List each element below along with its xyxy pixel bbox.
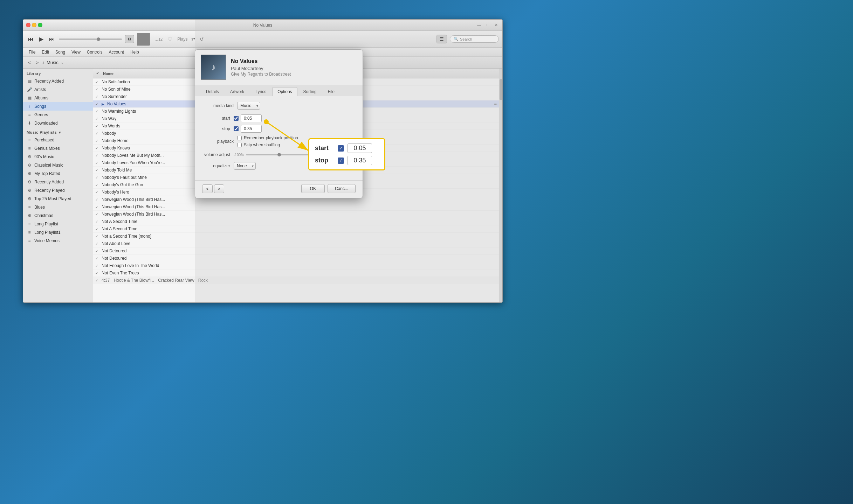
- repeat-button[interactable]: ↺: [199, 36, 205, 43]
- minimize-button[interactable]: [32, 23, 36, 27]
- progress-container: [59, 38, 122, 40]
- airplay-button[interactable]: ⊡: [125, 35, 134, 43]
- sidebar-item-genres[interactable]: ≡ Genres: [23, 111, 93, 119]
- sidebar-item-blues[interactable]: ≡ Blues: [23, 203, 93, 211]
- sidebar-item-label: Classical Music: [34, 163, 63, 168]
- table-row[interactable]: ✓ Not Detoured: [93, 247, 499, 255]
- sidebar-item-classical[interactable]: ⚙ Classical Music: [23, 161, 93, 169]
- table-row[interactable]: ✓ Not a Second Time [mono]: [93, 233, 499, 240]
- volume-slider[interactable]: [246, 154, 309, 155]
- callout-start-row: start ✓ 0:05: [315, 144, 379, 153]
- tab-details[interactable]: Details: [201, 87, 224, 96]
- voice-memos-icon: ≡: [27, 238, 32, 244]
- menu-view[interactable]: View: [69, 49, 83, 55]
- stop-time-input[interactable]: [241, 125, 262, 133]
- ok-button[interactable]: OK: [301, 184, 325, 193]
- sidebar-item-label: Recently Added: [34, 79, 64, 84]
- win-close[interactable]: ✕: [493, 22, 500, 28]
- remember-playback-checkbox[interactable]: [237, 136, 242, 140]
- progress-bar[interactable]: [59, 38, 122, 40]
- artists-icon: 🎤: [27, 87, 32, 92]
- modal-tabs: Details Artwork Lyrics Options Sorting F…: [195, 85, 363, 96]
- stop-checkbox[interactable]: [234, 126, 239, 131]
- table-row[interactable]: ✓ Not Detoured: [93, 255, 499, 262]
- table-row[interactable]: ✓ Not A Second Time: [93, 225, 499, 233]
- menu-help[interactable]: Help: [128, 49, 142, 55]
- sidebar-item-long-playlist[interactable]: ≡ Long Playlist: [23, 220, 93, 228]
- scrollbar-track[interactable]: [499, 69, 502, 302]
- menu-song[interactable]: Song: [53, 49, 68, 55]
- sidebar-item-my-top-rated[interactable]: ⚙ My Top Rated: [23, 169, 93, 178]
- modal-song-album: Give My Regards to Broadstreet: [231, 72, 357, 77]
- sidebar-item-top-25[interactable]: ⚙ Top 25 Most Played: [23, 195, 93, 203]
- stop-label: stop: [202, 126, 234, 131]
- win-minimize[interactable]: —: [475, 22, 483, 28]
- table-row[interactable]: ✓ Not About Love: [93, 240, 499, 247]
- volume-thumb[interactable]: [277, 153, 281, 156]
- callout-stop-row: stop ✓ 0:35: [315, 156, 379, 165]
- sidebar-item-purchased[interactable]: ≡ Purchased: [23, 136, 93, 144]
- cancel-button[interactable]: Canc...: [328, 184, 356, 193]
- menu-account[interactable]: Account: [106, 49, 127, 55]
- table-row[interactable]: ✓ Not A Second Time: [93, 218, 499, 225]
- shuffle-button[interactable]: ⇄: [191, 36, 196, 43]
- tab-file[interactable]: File: [323, 87, 340, 96]
- menu-file[interactable]: File: [26, 49, 38, 55]
- sidebar-item-recently-added[interactable]: ▦ Recently Added: [23, 77, 93, 85]
- sidebar-item-artists[interactable]: 🎤 Artists: [23, 85, 93, 94]
- start-label: start: [202, 116, 234, 121]
- modal-prev-button[interactable]: <: [202, 184, 213, 193]
- scrollbar-thumb[interactable]: [500, 79, 502, 100]
- prev-button[interactable]: ⏮: [27, 35, 35, 43]
- modal-next-button[interactable]: >: [214, 184, 225, 193]
- classical-icon: ⚙: [27, 162, 32, 168]
- skip-shuffling-checkbox[interactable]: [237, 143, 242, 147]
- menu-button[interactable]: ☰: [436, 35, 447, 43]
- close-button[interactable]: [26, 23, 30, 27]
- sidebar-item-long-playlist1[interactable]: ≡ Long Playlist1: [23, 228, 93, 237]
- tab-artwork[interactable]: Artwork: [225, 87, 250, 96]
- table-row-bottom[interactable]: ✓ 4:37 Hootie & The Blowfi... Cracked Re…: [93, 277, 499, 284]
- sidebar-item-downloaded[interactable]: ⬇ Downloaded: [23, 119, 93, 127]
- progress-thumb[interactable]: [97, 37, 100, 41]
- menu-controls[interactable]: Controls: [84, 49, 105, 55]
- tab-options[interactable]: Options: [272, 87, 297, 96]
- tab-sorting[interactable]: Sorting: [298, 87, 322, 96]
- library-header: Library: [23, 69, 93, 77]
- win-restore[interactable]: □: [485, 22, 491, 28]
- equalizer-select[interactable]: None: [234, 162, 256, 170]
- name-col-header[interactable]: Name: [100, 71, 177, 76]
- start-time-input[interactable]: [241, 114, 262, 122]
- play-button[interactable]: ▶: [38, 35, 45, 43]
- tab-lyrics[interactable]: Lyrics: [250, 87, 271, 96]
- search-input[interactable]: [460, 37, 495, 41]
- playlists-chevron[interactable]: ▾: [59, 131, 61, 134]
- sidebar-item-christmas[interactable]: ⚙ Christmas: [23, 211, 93, 220]
- table-row[interactable]: ✓ Not Even The Trees: [93, 270, 499, 277]
- nav-back[interactable]: <: [27, 59, 32, 66]
- maximize-button[interactable]: [38, 23, 42, 27]
- nav-dropdown-icon[interactable]: ⌄: [61, 60, 64, 65]
- sidebar-item-recently-added-pl[interactable]: ⚙ Recently Added: [23, 178, 93, 186]
- sidebar-item-label: My Top Rated: [34, 171, 60, 176]
- sidebar-item-albums[interactable]: ▦ Albums: [23, 94, 93, 102]
- next-button[interactable]: ⏭: [48, 35, 56, 43]
- sidebar-item-songs[interactable]: ♪ Songs: [23, 102, 93, 111]
- table-row[interactable]: ✓ Norwegian Wood (This Bird Has...: [93, 203, 499, 211]
- nav-forward[interactable]: >: [34, 59, 40, 66]
- start-checkbox[interactable]: [234, 116, 239, 121]
- sidebar-item-voice-memos[interactable]: ≡ Voice Memos: [23, 237, 93, 245]
- title-bar-controls: [26, 23, 42, 27]
- sidebar-item-genius-mixes[interactable]: ≡ Genius Mixes: [23, 144, 93, 153]
- sidebar-item-recently-played[interactable]: ⚙ Recently Played: [23, 186, 93, 195]
- heart-icon[interactable]: ♡: [167, 36, 172, 42]
- sidebar-item-90s-music[interactable]: ⚙ 90's Music: [23, 153, 93, 161]
- table-row[interactable]: ✓ Not Enough Love In The World: [93, 262, 499, 270]
- sidebar-item-label: Top 25 Most Played: [34, 196, 71, 201]
- table-row[interactable]: ✓ Norwegian Wood (This Bird Has...: [93, 211, 499, 218]
- equalizer-label: equalizer: [202, 163, 234, 168]
- playback-checkboxes: Remember playback position Skip when shu…: [237, 135, 298, 147]
- menu-edit[interactable]: Edit: [39, 49, 52, 55]
- remember-playback-label: Remember playback position: [237, 135, 298, 140]
- media-kind-select[interactable]: Music: [237, 102, 260, 110]
